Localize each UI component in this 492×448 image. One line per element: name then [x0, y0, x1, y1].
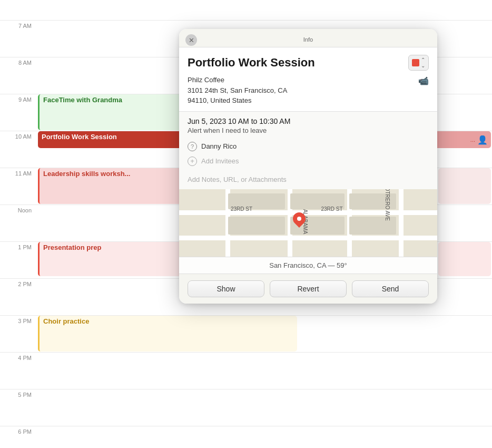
time-label-noon: Noon: [0, 205, 37, 241]
time-row-5pm: 5 PM: [0, 389, 492, 426]
time-label-2pm: 2 PM: [0, 279, 37, 315]
popup-color-swatch: [412, 59, 419, 66]
popup-location-address: 3101 24th St, San Francisco, CA94110, Un…: [188, 85, 287, 106]
time-label-1pm: 1 PM: [0, 242, 37, 278]
time-label-9am: 9 AM: [0, 94, 37, 131]
popup-location-text: Philz Coffee 3101 24th St, San Francisco…: [188, 75, 287, 106]
popup-alert-text: Alert when I need to leave: [188, 126, 429, 134]
popup-body: Portfolio Work Session ⌃⌄ Philz Coffee 3…: [179, 47, 437, 274]
popup-footer: Show Revert Send: [179, 274, 437, 304]
popup-color-chevron-icon: ⌃⌄: [421, 57, 425, 69]
popup-notes-row[interactable]: Add Notes, URL, or Attachments: [179, 170, 437, 189]
event-leadership-right: [438, 168, 491, 204]
popup-color-picker-button[interactable]: ⌃⌄: [408, 55, 429, 71]
popup-location-name: Philz Coffee: [188, 75, 287, 85]
popup-close-button[interactable]: ✕: [185, 34, 197, 46]
popup-notes-placeholder: Add Notes, URL, or Attachments: [188, 176, 287, 183]
popup-header: ✕ Info: [179, 29, 437, 47]
person-question-icon: 👤: [477, 135, 488, 145]
popup-event-title: Portfolio Work Session: [188, 56, 315, 70]
time-row-4pm: 4 PM: [0, 352, 492, 389]
time-label-5pm: 5 PM: [0, 389, 37, 426]
time-content-4pm: [37, 353, 492, 389]
time-row-6pm: 6 PM: [0, 426, 492, 448]
popup-location-row: Philz Coffee 3101 24th St, San Francisco…: [179, 74, 437, 111]
map-pin: [293, 212, 306, 228]
street-v4: [399, 189, 404, 257]
time-content-5pm: [37, 389, 492, 426]
popup-show-button[interactable]: Show: [188, 280, 264, 297]
popup-organizer-row: ? Danny Rico: [179, 137, 437, 154]
time-content-3pm: Choir practice: [37, 316, 492, 352]
map-city-label: San Francisco, CA — 59°: [269, 261, 347, 269]
popup-add-invitees-text: Add Invitees: [201, 157, 239, 165]
time-label-4pm: 4 PM: [0, 353, 37, 389]
time-label-8am: 8 AM: [0, 57, 37, 94]
popup-organizer-name: Danny Rico: [201, 142, 237, 150]
popup-revert-button[interactable]: Revert: [270, 280, 347, 297]
popup-organizer-icon: ?: [188, 142, 197, 151]
popup-add-invitees-icon: +: [188, 157, 197, 166]
map-label-23rd-st-left: 23RD ST: [231, 206, 252, 212]
popup-title-row: Portfolio Work Session ⌃⌄: [179, 47, 437, 74]
popup-datetime-text: Jun 5, 2023 10 AM to 10:30 AM: [188, 117, 429, 125]
popup-datetime-row: Jun 5, 2023 10 AM to 10:30 AM Alert when…: [179, 112, 437, 137]
time-label-7am: 7 AM: [0, 21, 37, 57]
popup-send-button[interactable]: Send: [352, 280, 429, 297]
popup-header-title: Info: [303, 36, 313, 43]
time-row-3pm: 3 PM Choir practice: [0, 315, 492, 352]
map-label-potrero: POTRERO AVE: [385, 189, 390, 221]
time-label-10am: 10 AM: [0, 131, 37, 168]
map-label-23rd-st-right: 23RD ST: [321, 206, 343, 212]
event-presentation-right: [438, 242, 491, 276]
time-label-11am: 11 AM: [0, 168, 37, 204]
popup-invitees-row[interactable]: + Add Invitees: [179, 154, 437, 170]
info-popup: ✕ Info Portfolio Work Session ⌃⌄ Philz C…: [179, 29, 437, 304]
event-portfolio-right[interactable]: ... 👤: [433, 131, 491, 148]
map-block-1: [228, 217, 285, 235]
event-choir[interactable]: Choir practice: [38, 316, 297, 352]
time-content-6pm: [37, 426, 492, 448]
time-label-6pm: 6 PM: [0, 426, 37, 448]
map-city-label-row: San Francisco, CA — 59°: [179, 257, 437, 274]
popup-map[interactable]: 23RD ST 23RD ST POTRERO AVE ALABAMA San …: [179, 189, 437, 274]
time-label-3pm: 3 PM: [0, 316, 37, 352]
popup-video-icon[interactable]: 📹: [418, 76, 429, 86]
